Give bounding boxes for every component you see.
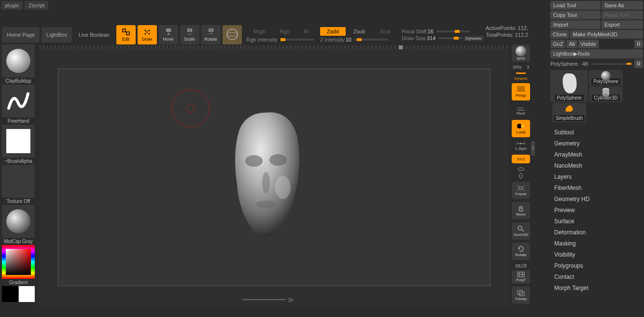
accordion-contact[interactable]: Contact — [554, 273, 639, 281]
zadd-button[interactable]: Zadd — [320, 27, 346, 36]
svg-point-31 — [518, 226, 522, 230]
make-polymesh-button[interactable]: Make PolyMesh3D — [570, 30, 643, 39]
move-view-button[interactable]: Move — [512, 202, 530, 219]
focal-shift-slider[interactable] — [436, 30, 470, 32]
polyf-button[interactable]: PolyF — [512, 270, 530, 284]
left-sidebar: ClayBuildup FreeHand ~BrushAlpha Texture… — [0, 44, 37, 302]
lightbox-tools-button[interactable]: Lightbox▶Tools — [550, 49, 643, 58]
top-menu: plugin Zscript — [0, 0, 49, 11]
rotate-axis-icons[interactable] — [517, 166, 525, 179]
rgb-intensity-slider[interactable] — [280, 39, 314, 41]
accordion-geometryhd[interactable]: Geometry HD — [554, 195, 639, 203]
svg-text:R: R — [210, 29, 212, 32]
mrgb-button[interactable]: Mrgb — [247, 27, 272, 36]
texture-selector[interactable]: Texture Off — [1, 165, 36, 204]
paste-tool-button[interactable]: Paste Tool — [602, 11, 643, 19]
svg-point-13 — [227, 32, 238, 36]
tool-simplebrush[interactable]: SimpleBrush — [552, 103, 586, 122]
m-button[interactable]: M — [297, 27, 315, 36]
export-button[interactable]: Export — [602, 20, 643, 29]
viewport-3d[interactable] — [58, 69, 490, 286]
liveboolean-button[interactable]: Live Boolean — [74, 27, 114, 43]
move-mode-button[interactable]: Move — [159, 25, 178, 44]
gizmo-button[interactable] — [223, 25, 242, 44]
brush-size-section: Focal Shift 16 Draw Size 314 Dynamic — [402, 29, 484, 41]
freehand-icon — [6, 89, 30, 113]
canvas-area — [40, 45, 509, 306]
load-tool-button[interactable]: Load Tool — [550, 1, 601, 10]
brush-selector[interactable]: ClayBuildup — [1, 44, 36, 84]
canvas-expand-handle[interactable] — [242, 298, 300, 303]
xyz-button[interactable]: XYZ — [512, 155, 530, 163]
tool-polysphere-main[interactable]: PolySphere — [550, 70, 588, 102]
svg-point-6 — [146, 31, 148, 33]
homepage-button[interactable]: Home Page — [2, 27, 40, 43]
accordion-visibility[interactable]: Visibility — [554, 250, 639, 259]
local-icon — [516, 123, 526, 130]
goz-visible-button[interactable]: Visible — [578, 40, 599, 48]
rotate-mode-button[interactable]: R Rotate — [201, 25, 221, 44]
accordion-morphtarget[interactable]: Morph Target — [554, 284, 639, 292]
rgb-button[interactable]: Rgb — [273, 27, 296, 36]
import-button[interactable]: Import — [550, 20, 601, 29]
menu-zscript[interactable]: Zscript — [25, 1, 48, 10]
paint-mode-section: Mrgb Rgb M Rgb Intensity — [247, 27, 315, 43]
swatch-secondary[interactable] — [2, 286, 18, 302]
persp-button[interactable]: Persp — [512, 83, 530, 101]
r2-button[interactable]: R — [634, 59, 643, 68]
copy-tool-button[interactable]: Copy Tool — [550, 11, 601, 19]
floor-button[interactable]: x y z Floor — [512, 103, 530, 117]
alpha-selector[interactable]: ~BrushAlpha — [1, 125, 36, 164]
accordion-geometry[interactable]: Geometry — [554, 139, 639, 148]
local-button[interactable]: Local — [512, 120, 530, 137]
transp-icon — [517, 289, 525, 296]
zoom3d-button[interactable]: Zoom3D — [512, 222, 530, 240]
clone-button[interactable]: Clone — [550, 30, 569, 39]
accordion-arraymesh[interactable]: ArrayMesh — [554, 150, 639, 159]
accordion-deformation[interactable]: Deformation — [554, 228, 639, 237]
accordion-layers[interactable]: Layers — [554, 173, 639, 181]
edit-mode-button[interactable]: Edit — [116, 25, 136, 44]
scale-icon: S — [185, 28, 194, 36]
accordion-surface[interactable]: Surface — [554, 217, 639, 226]
color-picker[interactable]: Gradient — [1, 245, 36, 285]
accordion-subtool[interactable]: Subtool — [554, 128, 639, 137]
accordion-polygroups[interactable]: Polygroups — [554, 261, 639, 270]
goz-button[interactable]: GoZ — [550, 40, 565, 48]
frame-button[interactable]: Frame — [512, 182, 530, 199]
lsym-button[interactable]: L.Sym — [512, 140, 530, 152]
draw-size-slider[interactable] — [438, 37, 462, 39]
z-intensity-slider[interactable] — [354, 39, 388, 41]
save-as-button[interactable]: Save As — [602, 1, 643, 10]
menu-plugin[interactable]: plugin — [1, 1, 23, 10]
lightbox-button[interactable]: LightBox — [42, 27, 72, 43]
accordion-preview[interactable]: Preview — [554, 206, 639, 215]
draw-mode-button[interactable]: Draw — [138, 25, 157, 44]
tool-polysphere-2[interactable]: PolySphere — [589, 70, 623, 86]
polysphere-project-value: 48 — [582, 61, 588, 67]
accordion-nanomesh[interactable]: NanoMesh — [554, 161, 639, 170]
bpr-button[interactable]: BPR — [512, 44, 530, 62]
draw-size-value: 314 — [427, 35, 435, 41]
rgb-intensity-label: Rgb Intensity — [247, 37, 278, 43]
accordion-masking[interactable]: Masking — [554, 239, 639, 248]
total-points-label: TotalPoints: — [486, 32, 514, 38]
goz-all-button[interactable]: All — [566, 40, 577, 48]
draw-icon — [143, 28, 152, 36]
scale-mode-button[interactable]: S Scale — [180, 25, 199, 44]
transp-button[interactable]: Transp — [512, 287, 530, 304]
zsub-button[interactable]: Zsub — [347, 27, 372, 36]
goz-r-button[interactable]: R — [634, 40, 643, 48]
persp-icon — [516, 86, 526, 93]
zcut-button[interactable]: Zcut — [373, 27, 396, 36]
material-selector[interactable]: MatCap Gray — [1, 205, 36, 244]
rotate-view-button[interactable]: Rotate — [512, 243, 530, 260]
expand-handle[interactable] — [531, 141, 535, 156]
accordion-fibermesh[interactable]: FiberMesh — [554, 184, 639, 192]
tool-cylinder3d[interactable]: Cylinder3D — [589, 86, 623, 102]
dynamic-toggle[interactable]: Dynamic — [463, 36, 483, 41]
spix-control[interactable]: SPix 3 — [513, 65, 529, 70]
sphere-icon — [226, 28, 238, 41]
stroke-selector[interactable]: FreeHand — [1, 85, 36, 124]
swatch-primary[interactable] — [19, 286, 35, 302]
